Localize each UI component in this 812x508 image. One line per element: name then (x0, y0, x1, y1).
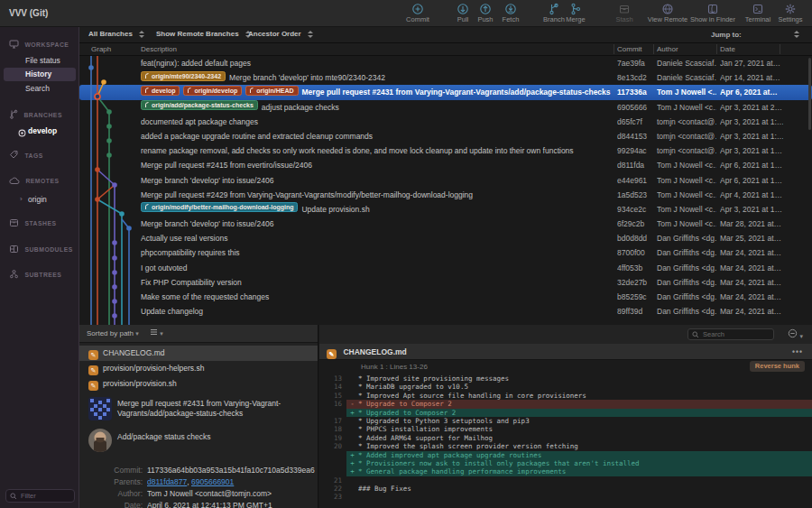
sidebar-item-file-status[interactable]: File status (25, 56, 60, 65)
commit-author-cell: Dan Griffiths <dg… (657, 290, 716, 304)
branch-badge[interactable]: origin/develop (183, 86, 242, 96)
remote-branches-dropdown[interactable]: Show Remote Branches (156, 30, 251, 38)
sidebar-section-remotes[interactable]: REMOTES (9, 177, 60, 185)
sidebar-item-history[interactable]: History (25, 69, 51, 79)
diff-options-button[interactable]: ▾ (788, 328, 803, 340)
parent-commit-link[interactable]: d811fda877 (147, 477, 187, 486)
diff-marker: - (346, 400, 358, 408)
commit-description: phpcompatibility requires this (141, 245, 612, 260)
view-mode-dropdown[interactable]: ▾ (150, 329, 163, 337)
commit-row[interactable]: rename package removal, add checks so on… (79, 143, 812, 158)
commit-sha: 117336a64bb03a953a15b41fa10c710a5d339ea6… (147, 465, 316, 476)
commit-date-cell: Mar 24, 2021 at… (720, 261, 783, 275)
diff-text (358, 493, 812, 501)
jump-to-control[interactable] (789, 30, 799, 38)
sidebar-section-stashes[interactable]: STASHES (9, 218, 57, 227)
sidebar: WORKSPACE File status History Search BRA… (0, 27, 79, 508)
order-dropdown[interactable]: Ancestor Order (248, 30, 313, 38)
file-row[interactable]: ✎provision/provision-helpers.sh (79, 361, 318, 376)
file-row[interactable]: ✎provision/provision.sh (79, 376, 318, 392)
submodules-icon (9, 245, 19, 254)
line-number: 17 (319, 417, 346, 425)
sidebar-section-submodules[interactable]: SUBMODULES (9, 245, 73, 254)
branch-badge[interactable]: origin/modify/better-mailhog-download-lo… (141, 202, 298, 212)
commit-row[interactable]: Merge pull request #2429 from Varying-Va… (79, 188, 812, 202)
commit-history-panel: Graph Description Commit Author Date fea… (79, 43, 812, 325)
list-scrollbar[interactable] (808, 58, 811, 130)
column-header-graph[interactable]: Graph (91, 45, 111, 53)
commit-author-cell: Dan Griffiths <dg… (657, 245, 716, 260)
parent-commit-link[interactable]: 6905666901 (191, 477, 234, 486)
commit-row[interactable]: Merge pull request #2415 from evertiro/i… (79, 158, 812, 172)
column-header-commit[interactable]: Commit (617, 45, 642, 53)
commit-row[interactable]: origin/modify/better-mailhog-download-lo… (79, 202, 812, 217)
commit-date-cell: Apr 6, 2021 at… (720, 85, 783, 99)
search-icon (692, 331, 699, 338)
diff-search-input[interactable]: Search (687, 328, 774, 340)
diff-line: +* General package handling performance … (319, 467, 812, 476)
branch-badge[interactable]: origin/add/package-status-checks (141, 100, 258, 110)
sidebar-section-branches[interactable]: BRANCHES (9, 109, 62, 119)
column-header-date[interactable]: Date (720, 45, 735, 53)
settings-button[interactable]: Settings (761, 2, 812, 23)
diff-marker (346, 425, 358, 433)
branches-icon (9, 109, 18, 119)
commit-author-cell: Dan Griffiths <dg… (657, 304, 716, 319)
line-number: 14 (319, 383, 346, 391)
commit-row[interactable]: developorigin/developorigin/HEADMerge pu… (79, 85, 812, 99)
commit-row[interactable]: origin/mte90/2340-2342Merge branch 'deve… (79, 70, 812, 85)
commit-row[interactable]: added a package upgrade routine and extr… (79, 129, 812, 143)
commit-row[interactable]: Actually use real versionsbd0d8ddDan Gri… (79, 231, 812, 245)
commit-row[interactable]: origin/add/package-status-checksadjust p… (79, 100, 812, 115)
commit-row[interactable]: I got outvoted4ff053bDan Griffiths <dg…M… (79, 261, 812, 275)
diff-text: * Improved the splash screen provider ve… (358, 442, 812, 450)
diff-text: * Added ARM64 support for Mailhog (358, 434, 812, 442)
commit-description: Update changelog (141, 304, 612, 319)
title-bar: VVV (Git) Commit Pull Push Fetch Branch (0, 0, 812, 27)
commit-description: Actually use real versions (141, 231, 612, 245)
sidebar-section-tags[interactable]: TAGS (9, 150, 43, 160)
branch-badge[interactable]: origin/mte90/2340-2342 (141, 71, 226, 81)
hunk-header: Hunk 1 : Lines 13-26 Reverse hunk (319, 360, 812, 374)
commit-date-cell: Mar 24, 2021 at… (720, 290, 783, 304)
sidebar-section-subtrees[interactable]: SUBTREES (9, 269, 61, 279)
commit-row[interactable]: Merge branch 'develop' into issue/24066f… (79, 217, 812, 231)
commit-author-cell: Dan Griffiths <dg… (657, 261, 716, 275)
sidebar-item-search[interactable]: Search (25, 84, 50, 93)
commit-row[interactable]: Merge branch 'develop' into issue/2406e4… (79, 173, 812, 188)
commit-author-cell: Daniele Scasciaf… (657, 56, 716, 70)
commit-row[interactable]: phpcompatibility requires this8700f00Dan… (79, 245, 812, 260)
modified-file-icon: ✎ (88, 381, 98, 391)
commit-date-cell: Apr 4, 2021 at 1… (720, 188, 783, 202)
settings-label: Settings (761, 15, 812, 23)
diff-file-header[interactable]: ✎ CHANGELOG.md ••• (319, 344, 812, 360)
sidebar-item-develop[interactable]: develop (28, 126, 57, 135)
sort-dropdown[interactable]: Sorted by path ▾ (87, 329, 141, 337)
commit-row[interactable]: Make some of the requested changesb85259… (79, 290, 812, 304)
commit-commit-cell: 117336a (617, 85, 655, 99)
branch-badge[interactable]: develop (141, 86, 180, 96)
commit-row[interactable]: Update changelog89ff39dDan Griffiths <dg… (79, 304, 812, 319)
commit-description: Merge pull request #2429 from Varying-Va… (141, 188, 612, 202)
column-headers: Graph Description Commit Author Date (79, 43, 812, 56)
branches-filter-dropdown[interactable]: All Branches (88, 30, 144, 38)
commit-author-cell: Dan Griffiths <dg… (657, 231, 716, 245)
column-header-author[interactable]: Author (657, 45, 678, 53)
branch-badge[interactable]: origin/HEAD (245, 86, 298, 96)
commit-row[interactable]: feat(nginx): added default pages7ae39faD… (79, 56, 812, 70)
file-row[interactable]: ✎CHANGELOG.md (79, 346, 318, 361)
line-number: 22 (319, 485, 346, 493)
commit-author-cell: Dan Griffiths <dg… (657, 275, 716, 290)
reverse-hunk-button[interactable]: Reverse hunk (750, 361, 805, 372)
list-view-icon (150, 328, 158, 336)
window-title: VVV (Git) (9, 8, 48, 18)
column-header-description[interactable]: Description (141, 45, 177, 53)
commit-commit-cell: 934ce2c (617, 202, 655, 217)
subtrees-icon (9, 269, 19, 279)
sidebar-filter-input[interactable]: Filter (5, 489, 75, 503)
sidebar-item-origin[interactable]: › origin (28, 195, 47, 204)
commit-row[interactable]: Fix PHP Compatibility version32de27bDan … (79, 275, 812, 290)
more-options-icon[interactable]: ••• (792, 344, 803, 360)
commit-description: origin/modify/better-mailhog-download-lo… (141, 202, 612, 217)
commit-row[interactable]: documented apt package changesd65fc7ftom… (79, 115, 812, 129)
